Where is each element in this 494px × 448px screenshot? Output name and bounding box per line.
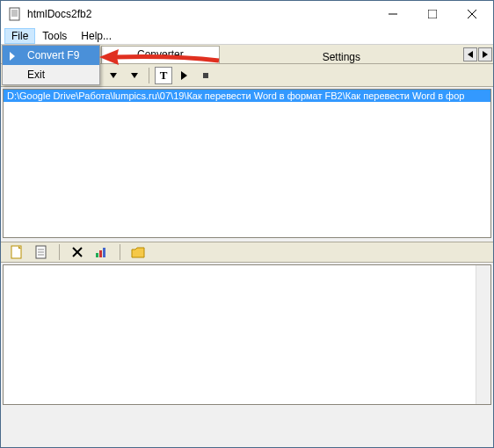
- tab-converter-label: Converter: [137, 48, 184, 61]
- file-list[interactable]: D:\Google Drive\Работа\lumpics.ru\07\19\…: [3, 89, 491, 238]
- folder-button[interactable]: [129, 243, 147, 261]
- tab-settings[interactable]: Settings: [220, 49, 463, 63]
- dropdown-btn-2[interactable]: [126, 67, 143, 84]
- svg-rect-26: [99, 250, 102, 257]
- separator: [149, 68, 149, 83]
- svg-rect-16: [203, 73, 208, 78]
- new-doc-button[interactable]: [8, 243, 25, 261]
- titlebar: htmlDocs2fb2: [1, 1, 493, 27]
- doc-button[interactable]: [33, 243, 50, 261]
- menu-exit-label: Exit: [27, 69, 45, 81]
- svg-marker-13: [110, 73, 117, 78]
- close-button[interactable]: [452, 2, 491, 26]
- svg-marker-11: [468, 51, 473, 58]
- tab-scroll-left[interactable]: [463, 47, 477, 61]
- menu-file[interactable]: File: [4, 28, 35, 44]
- list-item[interactable]: D:\Google Drive\Работа\lumpics.ru\07\19\…: [4, 90, 490, 102]
- menu-help[interactable]: Help...: [74, 28, 119, 44]
- menu-exit[interactable]: Exit: [3, 65, 99, 84]
- chart-button[interactable]: [93, 243, 111, 261]
- svg-rect-6: [428, 10, 437, 18]
- app-icon: [8, 7, 22, 21]
- svg-rect-25: [96, 253, 98, 257]
- menu-tools[interactable]: Tools: [35, 28, 74, 44]
- play-button[interactable]: [176, 67, 193, 84]
- dropdown-btn-1[interactable]: [105, 67, 122, 84]
- separator: [59, 244, 60, 260]
- tab-scroll-right[interactable]: [478, 47, 492, 61]
- menu-convert-label: Convert F9: [27, 49, 79, 61]
- svg-marker-9: [10, 52, 15, 61]
- menubar: File Tools Help...: [1, 27, 493, 45]
- svg-marker-14: [131, 73, 138, 78]
- text-tool-button[interactable]: T: [155, 67, 172, 84]
- window-controls: [373, 2, 491, 26]
- tab-converter[interactable]: Converter: [101, 46, 220, 63]
- maximize-button[interactable]: [412, 2, 452, 26]
- window-title: htmlDocs2fb2: [27, 8, 373, 20]
- submenu-arrow-icon: [10, 51, 17, 63]
- svg-rect-27: [103, 248, 105, 257]
- separator: [120, 244, 120, 260]
- minimize-button[interactable]: [373, 2, 412, 26]
- output-pane[interactable]: [3, 264, 491, 405]
- toolbar-bottom: [1, 242, 493, 263]
- svg-marker-12: [483, 51, 488, 58]
- tab-settings-label: Settings: [323, 51, 360, 63]
- delete-button[interactable]: [69, 243, 86, 261]
- file-dropdown: Convert F9 Exit: [2, 45, 100, 85]
- svg-marker-15: [181, 71, 187, 80]
- scrollbar[interactable]: [476, 265, 490, 404]
- menu-convert[interactable]: Convert F9: [3, 46, 99, 65]
- stop-button[interactable]: [197, 67, 214, 84]
- app-window: htmlDocs2fb2 File Tools Help... Convert …: [0, 0, 494, 448]
